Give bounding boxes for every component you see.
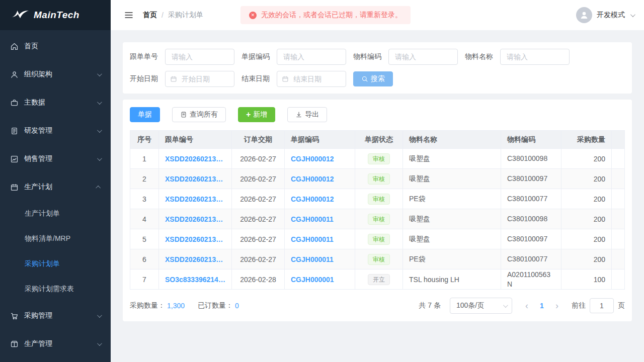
order-no-link[interactable]: XSDD2026021306… <box>159 209 232 229</box>
order-no-link[interactable]: XSDD2026021306… <box>159 249 232 269</box>
cell-qty: 200 <box>561 209 612 229</box>
cell-due-date: 2026-02-27 <box>232 169 285 189</box>
filter-input-0[interactable] <box>165 49 234 65</box>
table-header-row: 序号 跟单编号 订单交期 单据编码 单据状态 物料名称 物料编码 采购数量 <box>130 131 625 149</box>
cell-qty: 200 <box>561 249 612 269</box>
sidebar-item-5[interactable]: 生产计划 <box>0 173 111 201</box>
filter-label: 物料名称 <box>465 52 493 61</box>
cell-seq: 4 <box>130 209 159 229</box>
sidebar-item-3[interactable]: 研发管理 <box>0 117 111 145</box>
next-page-button[interactable]: › <box>549 301 565 311</box>
cell-material-name: 吸塑盘 <box>403 209 501 229</box>
current-page[interactable]: 1 <box>534 302 549 310</box>
cell-qty: 100 <box>561 269 612 290</box>
cell-extra <box>612 229 625 249</box>
col-status: 单据状态 <box>355 131 403 149</box>
export-button-label: 导出 <box>305 110 319 119</box>
cell-due-date: 2026-02-27 <box>232 249 285 269</box>
sidebar-subitem-0[interactable]: 生产计划单 <box>0 201 111 226</box>
status-badge: 审核 <box>368 194 390 205</box>
prev-page-button[interactable]: ‹ <box>519 301 534 311</box>
breadcrumb-home[interactable]: 首页 <box>143 11 157 20</box>
search-button[interactable]: 搜索 <box>353 71 393 86</box>
col-qty: 采购数量 <box>561 131 612 149</box>
sidebar-item-2[interactable]: 主数据 <box>0 88 111 117</box>
order-no-link[interactable]: XSDD2026021306… <box>159 189 232 209</box>
filter-input-2[interactable] <box>388 49 458 65</box>
menu-collapse-icon[interactable] <box>124 10 134 20</box>
chevron-down-icon <box>97 313 102 318</box>
cell-status: 审核 <box>355 189 403 209</box>
alert-text: 无效的会话，或者会话已过期，请重新登录。 <box>261 11 402 20</box>
cell-seq: 2 <box>130 169 159 189</box>
status-badge: 审核 <box>368 214 390 225</box>
cell-extra <box>612 209 625 229</box>
doc-no-link[interactable]: CGJH000012 <box>285 149 355 169</box>
chevron-up-icon <box>96 185 101 190</box>
sidebar-subitem-1[interactable]: 物料清单/MRP <box>0 226 111 251</box>
cell-seq: 5 <box>130 229 159 249</box>
page-size-select[interactable]: 100条/页 <box>450 298 512 314</box>
status-badge: 开立 <box>368 274 390 285</box>
purchase-plan-table: 序号 跟单编号 订单交期 单据编码 单据状态 物料名称 物料编码 采购数量 1X… <box>130 130 625 290</box>
sidebar-item-label: 研发管理 <box>24 126 52 135</box>
user-menu[interactable]: 开发模式 <box>576 7 634 23</box>
sidebar-item-7[interactable]: 生产管理 <box>0 330 111 358</box>
toolbar: 单据 查询所有 + 新增 导出 <box>130 107 625 122</box>
breadcrumb: 首页 / 采购计划单 <box>143 11 203 20</box>
sidebar-subitem-3[interactable]: 采购计划需求表 <box>0 277 111 302</box>
doc-button[interactable]: 单据 <box>130 107 160 122</box>
sidebar-item-0[interactable]: 首页 <box>0 32 111 60</box>
calendar-icon <box>10 183 19 192</box>
cell-qty: 200 <box>561 229 612 249</box>
filter-input-3[interactable] <box>500 49 570 65</box>
cell-extra <box>612 189 625 209</box>
chevron-down-icon <box>97 71 102 76</box>
add-button[interactable]: + 新增 <box>238 107 275 122</box>
suitcase-icon <box>10 99 19 107</box>
filter-input-1[interactable] <box>277 49 346 65</box>
cell-material-code: C380100097 <box>501 169 561 189</box>
order-no-link[interactable]: XSDD2026021306… <box>159 149 232 169</box>
add-button-label: 新增 <box>253 110 267 119</box>
filter-label: 物料编码 <box>353 52 381 61</box>
sidebar-item-6[interactable]: 采购管理 <box>0 302 111 330</box>
cell-material-name: 吸塑盘 <box>403 149 501 169</box>
table-card: 单据 查询所有 + 新增 导出 <box>123 100 632 321</box>
search-icon <box>361 75 368 82</box>
cell-due-date: 2026-02-28 <box>232 269 285 290</box>
cell-due-date: 2026-02-27 <box>232 189 285 209</box>
date-label: 结束日期 <box>242 74 270 83</box>
sidebar-item-label: 生产计划 <box>24 183 52 192</box>
table-row: 3XSDD2026021306…2026-02-27CGJH000012审核PE… <box>130 189 625 209</box>
doc-no-link[interactable]: CGJH000001 <box>285 269 355 290</box>
export-button[interactable]: 导出 <box>287 107 327 122</box>
sidebar: MainTech 首页组织架构主数据研发管理销售管理生产计划生产计划单物料清单/… <box>0 0 111 362</box>
app: MainTech 首页组织架构主数据研发管理销售管理生产计划生产计划单物料清单/… <box>0 0 644 362</box>
doc-button-label: 单据 <box>138 110 152 119</box>
chevron-down-icon <box>630 12 635 17</box>
sidebar-subitem-2[interactable]: 采购计划单 <box>0 251 111 277</box>
status-badge: 审核 <box>368 173 390 185</box>
goto-page-input[interactable] <box>590 298 614 313</box>
sidebar-item-4[interactable]: 销售管理 <box>0 145 111 173</box>
cell-status: 审核 <box>355 149 403 169</box>
cell-seq: 3 <box>130 189 159 209</box>
doc-no-link[interactable]: CGJH000012 <box>285 169 355 189</box>
total-count: 共 7 条 <box>419 301 441 310</box>
cell-qty: 200 <box>561 169 612 189</box>
order-no-link[interactable]: XSDD2026021306… <box>159 169 232 189</box>
order-no-link[interactable]: SO3c833396214e40 <box>159 269 232 290</box>
query-all-button[interactable]: 查询所有 <box>172 107 226 122</box>
doc-no-link[interactable]: CGJH000011 <box>285 209 355 229</box>
doc-no-link[interactable]: CGJH000012 <box>285 189 355 209</box>
doc-no-link[interactable]: CGJH000011 <box>285 249 355 269</box>
purchase-qty-label: 采购数量： <box>130 301 165 310</box>
order-no-link[interactable]: XSDD2026021306… <box>159 229 232 249</box>
sidebar-item-1[interactable]: 组织架构 <box>0 60 111 88</box>
col-material-code: 物料编码 <box>501 131 561 149</box>
cell-due-date: 2026-02-27 <box>232 209 285 229</box>
breadcrumb-current: 采购计划单 <box>168 11 203 20</box>
cell-seq: 1 <box>130 149 159 169</box>
doc-no-link[interactable]: CGJH000011 <box>285 229 355 249</box>
